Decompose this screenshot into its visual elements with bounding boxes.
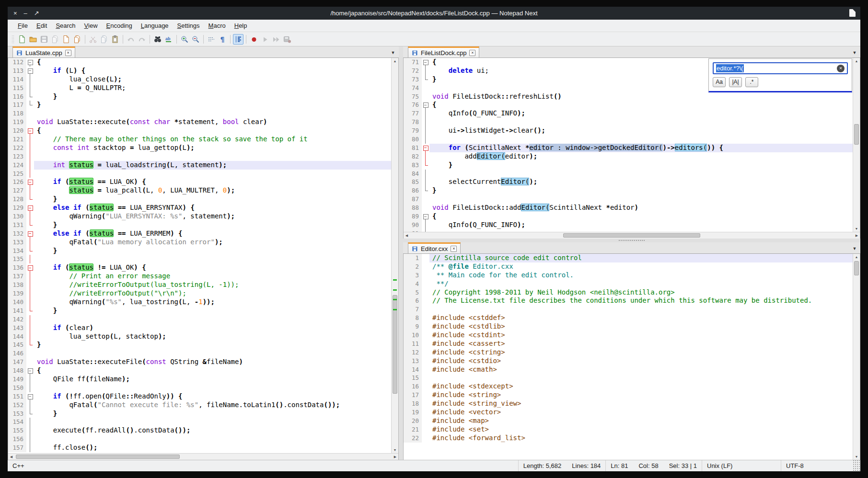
code-area[interactable]: 112{113 if (L) {114 lua_close(L);115 L =… <box>8 58 391 453</box>
vertical-splitter[interactable] <box>399 46 403 460</box>
menu-settings[interactable]: Settings <box>173 21 204 31</box>
code-line: 123 <box>8 152 391 161</box>
horizontal-scroll-thumb[interactable] <box>563 233 700 238</box>
whitespace-icon[interactable] <box>206 34 217 45</box>
toolbar-grip[interactable] <box>12 35 14 44</box>
clear-search-icon[interactable]: × <box>837 65 845 72</box>
scroll-right-icon[interactable]: ▶ <box>854 232 860 239</box>
scroll-right-icon[interactable]: ▶ <box>392 454 398 460</box>
fold-marker-icon[interactable] <box>422 144 429 152</box>
vertical-scrollbar[interactable]: ▲▼ <box>853 254 860 460</box>
menu-file[interactable]: File <box>13 21 32 31</box>
code-text: if (clear) <box>34 324 391 332</box>
fold-margin <box>422 296 429 305</box>
resize-grip-icon[interactable] <box>853 460 860 471</box>
open-folder-icon[interactable] <box>28 34 38 45</box>
whole-word-button[interactable]: |A| <box>729 77 742 87</box>
menu-edit[interactable]: Edit <box>32 21 51 31</box>
horizontal-splitter[interactable] <box>403 239 860 242</box>
editor-luastate-cpp[interactable]: 112{113 if (L) {114 lua_close(L);115 L =… <box>8 58 399 460</box>
vertical-scroll-thumb[interactable] <box>854 124 859 145</box>
status-eol[interactable]: Unix (LF) <box>702 460 781 471</box>
editor-filelistdock-cpp[interactable]: 71{72 delete ui;73}7475void FileListDock… <box>403 58 860 239</box>
search-input[interactable]: editor.*?\(× <box>713 62 848 74</box>
scroll-down-icon[interactable]: ▼ <box>853 226 860 232</box>
fold-marker-icon[interactable] <box>26 392 34 401</box>
scroll-down-icon[interactable]: ▼ <box>853 454 860 460</box>
new-file-icon[interactable] <box>17 34 27 45</box>
fold-marker-icon[interactable] <box>26 126 34 135</box>
fold-marker-icon <box>26 375 34 384</box>
scroll-left-icon[interactable]: ◀ <box>404 232 410 239</box>
scroll-up-icon[interactable]: ▲ <box>853 254 860 260</box>
fold-marker-icon[interactable] <box>422 212 429 221</box>
tab-close-icon[interactable]: × <box>451 246 457 252</box>
fold-marker-icon <box>26 341 34 349</box>
editor-editor-cxx[interactable]: 1// Scintilla source code edit control2/… <box>403 254 860 460</box>
regex-button[interactable]: .* <box>745 77 758 87</box>
menu-view[interactable]: View <box>80 21 102 31</box>
horizontal-scrollbar[interactable]: ◀▶ <box>404 232 860 239</box>
replace-icon[interactable]: ab <box>163 34 174 45</box>
play-macro-icon[interactable] <box>260 34 270 45</box>
match-case-button[interactable]: Aa <box>713 77 726 87</box>
zoom-out-icon[interactable] <box>190 34 201 45</box>
menu-encoding[interactable]: Encoding <box>102 21 137 31</box>
save-icon[interactable] <box>39 34 49 45</box>
paragraph-icon[interactable]: ¶ <box>217 34 228 45</box>
tab-filelistdock-cpp[interactable]: FileListDock.cpp× <box>408 46 479 57</box>
fold-marker-icon[interactable] <box>26 229 34 238</box>
menu-help[interactable]: Help <box>230 21 252 31</box>
menu-search[interactable]: Search <box>51 21 80 31</box>
status-language: C++ <box>8 460 518 471</box>
vertical-scrollbar[interactable]: ▲▼ <box>853 58 860 232</box>
undo-icon[interactable] <box>126 34 136 45</box>
run-macro-multiple-icon[interactable] <box>271 34 281 45</box>
tab-editor-cxx[interactable]: Editor.cxx× <box>408 242 461 253</box>
horizontal-scrollbar[interactable]: ◀▶ <box>8 453 398 460</box>
fold-marker-icon[interactable] <box>26 204 34 212</box>
fold-marker-icon[interactable] <box>26 263 34 272</box>
tab-list-dropdown-icon[interactable]: ▼ <box>849 246 860 253</box>
horizontal-scroll-thumb[interactable] <box>16 455 180 459</box>
tab-close-icon[interactable]: × <box>469 50 475 56</box>
vertical-scrollbar[interactable]: ▲▼ <box>391 58 398 453</box>
fold-margin <box>422 92 429 101</box>
line-number: 75 <box>404 92 422 101</box>
line-number: 73 <box>404 75 422 84</box>
vertical-scroll-thumb[interactable] <box>854 261 859 275</box>
close-all-icon[interactable] <box>72 34 82 45</box>
menu-macro[interactable]: Macro <box>204 21 230 31</box>
status-encoding[interactable]: UTF-8 <box>781 460 853 471</box>
cut-icon[interactable] <box>88 34 98 45</box>
scroll-up-icon[interactable]: ▲ <box>853 58 860 64</box>
tab-luastate-cpp[interactable]: LuaState.cpp× <box>12 46 75 57</box>
zoom-in-icon[interactable] <box>179 34 190 45</box>
record-macro-icon[interactable] <box>249 34 259 45</box>
fold-marker-icon[interactable] <box>26 67 34 75</box>
find-icon[interactable] <box>152 34 163 45</box>
fold-marker-icon[interactable] <box>26 178 34 186</box>
code-text: ff.close(); <box>34 444 391 452</box>
tab-list-dropdown-icon[interactable]: ▼ <box>849 50 860 57</box>
paste-icon[interactable] <box>110 34 120 45</box>
scroll-left-icon[interactable]: ◀ <box>8 454 14 460</box>
menu-language[interactable]: Language <box>137 21 173 31</box>
tab-close-icon[interactable]: × <box>65 50 71 56</box>
tab-list-dropdown-icon[interactable]: ▼ <box>387 50 399 57</box>
scroll-down-icon[interactable]: ▼ <box>392 447 398 453</box>
redo-icon[interactable] <box>137 34 147 45</box>
close-icon[interactable] <box>61 34 71 45</box>
fold-marker-icon[interactable] <box>422 58 429 67</box>
fold-marker-icon[interactable] <box>26 366 34 375</box>
fold-marker-icon[interactable] <box>26 58 34 67</box>
copy-icon[interactable] <box>99 34 109 45</box>
scroll-up-icon[interactable]: ▲ <box>392 58 398 64</box>
line-number: 145 <box>8 341 26 349</box>
save-macro-icon[interactable] <box>282 34 292 45</box>
code-area[interactable]: 1// Scintilla source code edit control2/… <box>404 254 853 460</box>
fold-marker-icon[interactable] <box>422 101 429 109</box>
save-all-icon[interactable] <box>50 34 60 45</box>
indent-guide-icon[interactable] <box>233 34 243 45</box>
line-number: 71 <box>404 58 422 67</box>
